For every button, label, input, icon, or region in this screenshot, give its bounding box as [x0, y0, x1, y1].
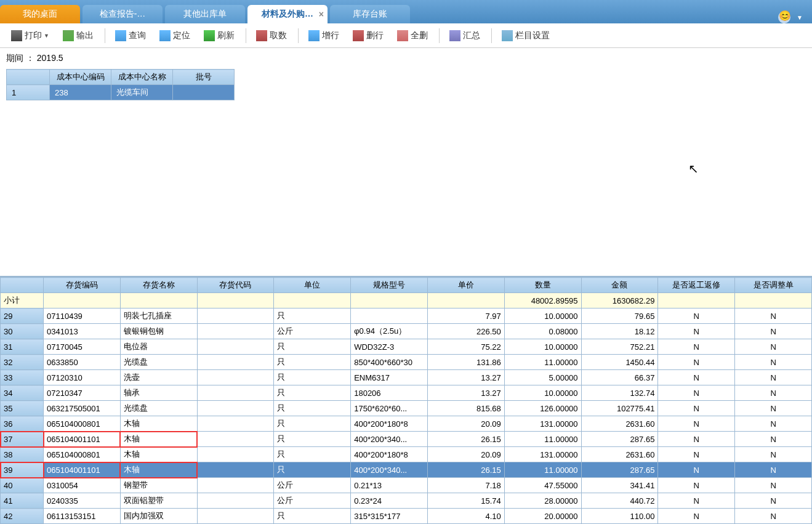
cell-price[interactable]: 13.27	[427, 370, 504, 385]
cell-code[interactable]: 07170045	[44, 339, 121, 355]
cell-price[interactable]: 26.15	[427, 462, 504, 478]
cell-unit[interactable]: 只	[274, 308, 351, 324]
cell-adjust[interactable]: N	[735, 370, 812, 385]
cell-price[interactable]: 131.86	[427, 355, 504, 370]
cell-price[interactable]: 20.09	[427, 416, 504, 432]
cell-amt[interactable]: 1450.44	[581, 355, 658, 370]
cell-alt[interactable]	[197, 401, 274, 416]
cell-amt[interactable]: 2631.60	[581, 447, 658, 462]
table-row[interactable]: 4206113153151国内加强双只315*315*1774.1020.000…	[1, 509, 812, 524]
fetch-button[interactable]: 取数	[250, 28, 293, 44]
cell-name[interactable]: 明装七孔插座	[120, 308, 197, 324]
col-9[interactable]: 是否调整单	[735, 278, 812, 293]
col-2[interactable]: 存货代码	[197, 278, 274, 293]
cell-spec[interactable]: WDD32Z-3	[351, 339, 428, 355]
cell-alt[interactable]	[197, 416, 274, 432]
delall-button[interactable]: 全删	[391, 28, 434, 44]
cell-code[interactable]: 0341013	[44, 324, 121, 339]
cell-alt[interactable]	[197, 308, 274, 324]
cell-alt[interactable]	[197, 509, 274, 524]
cell-code[interactable]: 065104001101	[44, 432, 121, 447]
cell-qty[interactable]: 11.00000	[504, 432, 581, 447]
table-row[interactable]: 410240335双面铝塑带公斤0.23*2415.7428.00000440.…	[1, 493, 812, 509]
addrow-button[interactable]: 增行	[302, 28, 345, 44]
cell-amt[interactable]: 287.65	[581, 432, 658, 447]
cell-name[interactable]: 钢塑带	[120, 478, 197, 493]
table-row[interactable]: 36065104000801木轴只400*200*180*820.09131.0…	[1, 416, 812, 432]
colset-button[interactable]: 栏目设置	[496, 28, 556, 44]
cell-alt[interactable]	[197, 385, 274, 401]
cell-spec[interactable]: ENM6317	[351, 370, 428, 385]
cell-rework[interactable]: N	[658, 493, 735, 509]
cell-unit[interactable]: 只	[274, 509, 351, 524]
tab-1[interactable]: 检查报告-…	[82, 5, 163, 23]
cell-price[interactable]: 226.50	[427, 324, 504, 339]
cell-adjust[interactable]: N	[735, 432, 812, 447]
cell-unit[interactable]: 只	[274, 462, 351, 478]
col-1[interactable]: 存货名称	[120, 278, 197, 293]
cell-adjust[interactable]: N	[735, 339, 812, 355]
cell-alt[interactable]	[197, 478, 274, 493]
cost-center-row[interactable]: 1238光缆车间	[7, 85, 235, 100]
query-button[interactable]: 查询	[109, 28, 152, 44]
cell-qty[interactable]: 5.00000	[504, 370, 581, 385]
tab-2[interactable]: 其他出库单	[165, 5, 245, 23]
cell-spec[interactable]: 0.23*24	[351, 493, 428, 509]
cell-price[interactable]: 75.22	[427, 339, 504, 355]
cell-adjust[interactable]: N	[735, 401, 812, 416]
cell-spec[interactable]: 400*200*180*8	[351, 447, 428, 462]
cell-name[interactable]: 光缆盘	[120, 355, 197, 370]
cell-spec[interactable]	[351, 308, 428, 324]
cell-qty[interactable]: 20.00000	[504, 509, 581, 524]
cell-rework[interactable]: N	[658, 447, 735, 462]
cell-spec[interactable]: 400*200*180*8	[351, 416, 428, 432]
cell-spec[interactable]: 400*200*340...	[351, 432, 428, 447]
cell-rework[interactable]: N	[658, 478, 735, 493]
cell-amt[interactable]: 2631.60	[581, 416, 658, 432]
cell-qty[interactable]: 10.00000	[504, 339, 581, 355]
tab-close-icon[interactable]: ×	[319, 9, 324, 19]
cell-rework[interactable]: N	[658, 416, 735, 432]
cell-name[interactable]: 双面铝塑带	[120, 493, 197, 509]
cell-adjust[interactable]: N	[735, 308, 812, 324]
cell-amt[interactable]: 440.72	[581, 493, 658, 509]
cell-qty[interactable]: 28.00000	[504, 493, 581, 509]
cell-alt[interactable]	[197, 339, 274, 355]
cell-alt[interactable]	[197, 370, 274, 385]
cell-alt[interactable]	[197, 355, 274, 370]
cell-qty[interactable]: 10.00000	[504, 385, 581, 401]
cell-adjust[interactable]: N	[735, 447, 812, 462]
tab-3[interactable]: 材料及外购…×	[247, 5, 328, 23]
cell-qty[interactable]: 126.00000	[504, 401, 581, 416]
cell-unit[interactable]: 公斤	[274, 324, 351, 339]
cell-code[interactable]: 063217505001	[44, 401, 121, 416]
col-costcenter-name[interactable]: 成本中心名称	[111, 70, 173, 85]
cell-qty[interactable]: 11.00000	[504, 462, 581, 478]
col-8[interactable]: 是否返工返修	[658, 278, 735, 293]
col-4[interactable]: 规格型号	[351, 278, 428, 293]
cell-alt[interactable]	[197, 462, 274, 478]
cell-spec[interactable]: 180206	[351, 385, 428, 401]
cell-adjust[interactable]: N	[735, 416, 812, 432]
cell-rework[interactable]: N	[658, 432, 735, 447]
cell-name[interactable]: 木轴	[120, 462, 197, 478]
col-0[interactable]: 存货编码	[44, 278, 121, 293]
cell-adjust[interactable]: N	[735, 355, 812, 370]
cell-code[interactable]: 065104000801	[44, 447, 121, 462]
cell-amt[interactable]: 752.21	[581, 339, 658, 355]
cell-unit[interactable]: 只	[274, 370, 351, 385]
cell-spec[interactable]: 400*200*340...	[351, 462, 428, 478]
cell-qty[interactable]: 131.00000	[504, 447, 581, 462]
cell-spec[interactable]: φ0.94（2.5u）	[351, 324, 428, 339]
cell-spec[interactable]: 1750*620*60...	[351, 401, 428, 416]
cell-qty[interactable]: 0.08000	[504, 324, 581, 339]
cell-unit[interactable]: 只	[274, 385, 351, 401]
cell-code[interactable]: 07110439	[44, 308, 121, 324]
cell-price[interactable]: 815.68	[427, 401, 504, 416]
cell-amt[interactable]: 287.65	[581, 462, 658, 478]
cell-price[interactable]: 20.09	[427, 447, 504, 462]
cell-spec[interactable]: 0.21*13	[351, 478, 428, 493]
cell-price[interactable]: 4.10	[427, 509, 504, 524]
cell-qty[interactable]: 10.00000	[504, 308, 581, 324]
table-row[interactable]: 37065104001101木轴只400*200*340...26.1511.0…	[1, 432, 812, 447]
